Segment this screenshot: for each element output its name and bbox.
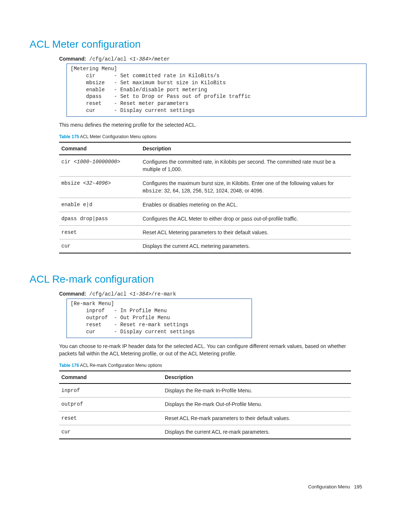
table-row: outprof Displays the Re-mark Out-of-Prof… [59,398,351,411]
cmd-text: mbsize [61,180,83,186]
table-number: Table 175 [59,134,79,139]
table-row: inprof Displays the Re-mark In-Profile M… [59,383,351,398]
command-line-meter: Command: /cfg/acl/acl <1-384>/meter [59,55,369,63]
command-suffix: /meter [151,56,170,62]
section-heading-acl-remark: ACL Re-mark configuration [30,272,369,287]
cmd-text: reset [59,225,140,239]
cmd-desc: Enables or disables metering on the ACL. [140,198,351,212]
cmd-text: inprof [59,383,163,398]
command-label: Command: [59,291,86,297]
cmd-desc: Displays the Re-mark Out-of-Profile Menu… [163,398,351,411]
table-row: dpass drop|pass Configures the ACL Meter… [59,212,351,225]
table-row: reset Reset ACL Metering parameters to t… [59,225,351,239]
page-footer: Configuration Menu 195 [30,484,369,491]
cmd-desc: Configures the committed rate, in Kilobi… [140,155,351,176]
section-heading-acl-meter: ACL Meter configuration [30,37,369,52]
table-row: enable e|d Enables or disables metering … [59,198,351,212]
table-row: cur Displays the current ACL metering pa… [59,239,351,253]
cmd-desc: Configures the maximum burst size, in Ki… [140,176,351,198]
command-path: /cfg/acl/acl [86,291,130,297]
command-label: Command: [59,56,86,62]
metering-menu-box: [Metering Menu] cir - Set committed rate… [66,64,366,117]
command-suffix: /re-mark [151,291,176,297]
footer-label: Configuration Menu [308,484,350,490]
footer-page: 195 [354,484,362,490]
cmd-text: reset [59,411,163,425]
cmd-desc: Reset ACL Metering parameters to their d… [140,225,351,239]
section1-paragraph: This menu defines the metering profile f… [59,121,351,129]
table-176-caption: Table 176 ACL Re-mark Configuration Menu… [59,362,369,369]
command-path: /cfg/acl/acl [86,56,130,62]
command-arg: <1-384> [130,56,151,62]
cmd-desc: Displays the current ACL re-mark paramet… [163,425,351,439]
desc-code: mbsize [143,188,161,194]
table-row: mbsize <32-4096> Configures the maximum … [59,176,351,198]
command-arg: <1-384> [130,291,151,297]
table-175: Command Description cir <1000-10000000> … [59,142,351,254]
col-command: Command [59,142,140,155]
cmd-text: cir [61,159,74,165]
section2-paragraph: You can choose to re-mark IP header data… [59,342,351,358]
cmd-desc: Reset ACL Re-mark parameters to their de… [163,411,351,425]
cmd-desc: Displays the Re-mark In-Profile Menu. [163,383,351,398]
cmd-arg: <32-4096> [83,180,111,186]
col-command: Command [59,371,163,383]
table-caption-text: ACL Re-mark Configuration Menu options [79,363,162,368]
remark-menu-box: [Re-mark Menu] inprof - In Profile Menu … [66,299,252,338]
cmd-desc: Displays the current ACL metering parame… [140,239,351,253]
table-caption-text: ACL Meter Configuration Menu options [79,134,157,139]
table-row: cir <1000-10000000> Configures the commi… [59,155,351,176]
cmd-desc: Configures the ACL Meter to either drop … [140,212,351,225]
command-line-remark: Command: /cfg/acl/acl <1-384>/re-mark [59,290,369,298]
desc-post: : 32, 64, 128, 256, 512, 1024, 2048, or … [161,188,263,194]
col-description: Description [140,142,351,155]
cmd-arg: <1000-10000000> [74,159,120,165]
table-176: Command Description inprof Displays the … [59,371,351,439]
table-row: reset Reset ACL Re-mark parameters to th… [59,411,351,425]
cmd-text: outprof [59,398,163,411]
cmd-text: dpass drop|pass [59,212,140,225]
table-175-caption: Table 175 ACL Meter Configuration Menu o… [59,134,369,140]
cmd-text: cur [59,239,140,253]
cmd-text: cur [59,425,163,439]
cmd-text: enable e|d [59,198,140,212]
col-description: Description [163,371,351,383]
desc-pre: Configures the maximum burst size, in Ki… [143,180,334,186]
table-number: Table 176 [59,363,79,368]
table-row: cur Displays the current ACL re-mark par… [59,425,351,439]
